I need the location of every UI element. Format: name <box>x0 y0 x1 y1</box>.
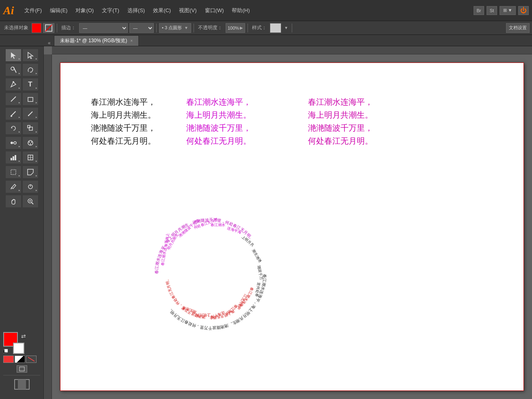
point-shape-select[interactable]: • 3 点圆形 ▼ <box>159 23 191 33</box>
toolbar: 未选择对象 描边： — — • 3 点圆形 ▼ 不透明度： 100% ▶ 样式：… <box>0 21 532 35</box>
svg-point-15 <box>11 142 13 144</box>
doc-settings-button[interactable]: 文档设置 <box>506 23 530 33</box>
change-screen-mode-btn[interactable] <box>14 378 30 394</box>
color-mode-color[interactable] <box>3 356 14 363</box>
canvas-paper[interactable]: 春江潮水连海平，海上明月共潮生。滟滟随波千万里，何处春江无月明。 春江潮水连海平… <box>60 63 524 391</box>
menu-file[interactable]: 文件(F) <box>20 5 46 16</box>
menu-edit[interactable]: 编辑(E) <box>46 5 71 16</box>
pencil-tool[interactable]: ▸ <box>22 107 39 120</box>
menubar: Ai 文件(F) 编辑(E) 对象(O) 文字(T) 选择(S) 效果(C) 视… <box>0 0 532 21</box>
svg-line-10 <box>28 112 32 116</box>
type-tool[interactable]: T ▸ <box>22 78 39 91</box>
svg-point-5 <box>11 67 14 70</box>
color-swatch-area: ⇄ <box>3 332 28 354</box>
color-mode-gradient[interactable] <box>15 356 25 363</box>
svg-rect-13 <box>29 127 32 130</box>
stroke-controls <box>43 23 54 33</box>
svg-text:春江潮水连海平，海上明月共潮生。滟滟随波千万里，何处春江无月: 春江潮水连海平，海上明月共潮生。滟滟随波千万里，何处春江无月明。 <box>167 274 267 330</box>
tabbar: « 未标题-1* @ 130% (RGB/预览) × <box>0 35 532 46</box>
opacity-control[interactable]: 100% ▶ <box>226 23 245 33</box>
ruler-top <box>52 46 532 54</box>
zoom-tool[interactable] <box>22 195 39 208</box>
measure-tool[interactable]: ▸ <box>22 180 39 193</box>
color-mode-none[interactable] <box>26 356 37 363</box>
svg-point-20 <box>31 142 32 143</box>
svg-line-7 <box>11 97 16 101</box>
style-dropdown[interactable]: ▼ <box>283 23 289 33</box>
menu-view[interactable]: 视图(V) <box>175 5 200 16</box>
color-mode-btns <box>3 356 40 363</box>
circle-art: 春江潮水连海平海上 明月共潮生 滟滟随波千万里 何处春江无月明 春江潮水 连海平… <box>142 209 280 339</box>
mesh-tool[interactable]: ▸ <box>22 151 39 164</box>
svg-rect-24 <box>15 155 16 160</box>
stroke-select[interactable]: — <box>79 23 128 33</box>
direct-selection-tool[interactable]: ▸ <box>22 49 39 62</box>
canvas-area[interactable]: 春江潮水连海平，海上明月共潮生。滟滟随波千万里，何处春江无月明。 春江潮水连海平… <box>44 46 532 399</box>
artboard-tool[interactable]: ▸ <box>5 166 22 179</box>
svg-rect-23 <box>13 156 14 160</box>
screen-mode-btn[interactable] <box>17 365 27 373</box>
menu-window[interactable]: 窗口(W) <box>201 5 228 16</box>
divider3 <box>194 24 194 32</box>
tool-row-9: ▸ ▸ <box>0 165 43 179</box>
eyedropper-tool[interactable]: ▸ <box>5 180 22 193</box>
ruler-left <box>44 54 52 399</box>
blend-tool[interactable]: ▸ <box>5 136 22 149</box>
svg-rect-38 <box>4 349 8 352</box>
svg-point-9 <box>11 115 12 117</box>
menu-effect[interactable]: 效果(C) <box>149 5 175 16</box>
divider2 <box>156 24 157 32</box>
main-area: ▸ ▸ ▸ ▸ ▸ T ▸ <box>0 46 532 399</box>
svg-text:潮生滟滟: 潮生滟滟 <box>251 248 262 263</box>
stock-btn[interactable]: St <box>487 6 497 15</box>
menu-select[interactable]: 选择(S) <box>123 5 149 16</box>
symbol-tool[interactable]: ▸ <box>22 136 39 149</box>
tool-row-6: ▸ ▸ <box>0 121 43 136</box>
menu-object[interactable]: 对象(O) <box>71 5 98 16</box>
svg-rect-40 <box>19 367 24 371</box>
poem-block-1: 春江潮水连海平，海上明月共潮生。滟滟随波千万里，何处春江无月明。 <box>91 95 156 147</box>
power-btn[interactable]: ⏻ <box>518 6 529 15</box>
paintbrush-tool[interactable]: ▸ <box>5 107 22 120</box>
divider1 <box>57 24 57 32</box>
scale-tool[interactable]: ▸ <box>22 122 39 135</box>
svg-point-21 <box>30 144 31 145</box>
stroke-swatch[interactable] <box>43 23 54 33</box>
svg-rect-42 <box>18 380 26 389</box>
style-swatch[interactable] <box>270 23 281 33</box>
tool-row-7: ▸ ▸ <box>0 136 43 150</box>
swap-colors-btn[interactable]: ⇄ <box>21 333 27 339</box>
line-tool[interactable]: ▸ <box>5 93 22 106</box>
stroke-color-swatch[interactable] <box>13 343 24 354</box>
magic-wand-tool[interactable]: ▸ <box>5 63 22 76</box>
slice-tool[interactable]: ▸ <box>22 166 39 179</box>
tool-row-3: ▸ T ▸ <box>0 77 43 92</box>
no-selection-label: 未选择对象 <box>2 24 30 31</box>
menu-help[interactable]: 帮助(H) <box>228 5 254 16</box>
svg-rect-22 <box>11 158 12 160</box>
tab-close-btn[interactable]: × <box>130 39 133 43</box>
pen-tool[interactable]: ▸ <box>5 78 22 91</box>
workspace-btn[interactable]: ⊞ ▼ <box>500 6 516 15</box>
svg-point-16 <box>14 142 16 144</box>
panel-toggle[interactable]: « <box>48 40 51 46</box>
svg-rect-14 <box>28 125 30 128</box>
rectangle-tool[interactable]: ▸ <box>22 93 39 106</box>
rotate-tool[interactable]: ▸ <box>5 122 22 135</box>
default-colors-btn[interactable] <box>3 348 8 353</box>
stroke-width-select[interactable]: — <box>129 23 154 33</box>
selection-tool[interactable]: ▸ <box>5 49 22 62</box>
poem-block-2: 春江潮水连海平，海上明月共潮生。滟滟随波千万里，何处春江无月明。 <box>186 95 251 147</box>
document-tab[interactable]: 未标题-1* @ 130% (RGB/预览) × <box>54 35 139 46</box>
style-label: 样式： <box>250 24 268 31</box>
lasso-tool[interactable]: ▸ <box>22 63 39 76</box>
fill-swatch[interactable] <box>32 23 41 33</box>
column-graph-tool[interactable]: ▸ <box>5 151 22 164</box>
tool-row-11 <box>0 194 43 209</box>
svg-marker-3 <box>28 52 33 59</box>
bridge-btn[interactable]: Br <box>474 6 484 15</box>
divider5 <box>292 24 292 32</box>
svg-line-1 <box>45 25 52 31</box>
hand-tool[interactable] <box>5 195 22 208</box>
menu-type[interactable]: 文字(T) <box>98 5 123 16</box>
